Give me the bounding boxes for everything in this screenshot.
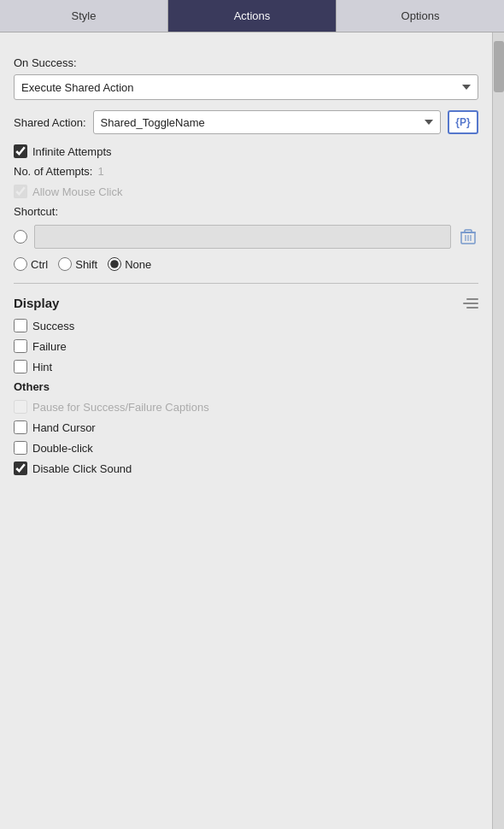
ctrl-radio-label: Ctrl: [14, 257, 48, 271]
display-title: Display: [14, 296, 59, 310]
none-radio-label: None: [108, 257, 151, 271]
pause-success-row: Pause for Success/Failure Captions: [14, 400, 478, 414]
display-header: Display: [14, 296, 478, 310]
divider: [14, 283, 478, 284]
on-success-dropdown[interactable]: Execute Shared Action: [14, 74, 478, 100]
ctrl-radio[interactable]: [14, 257, 27, 271]
shift-label: Shift: [75, 258, 97, 271]
shift-radio-label: Shift: [58, 257, 97, 271]
failure-label: Failure: [32, 340, 67, 353]
disable-click-sound-label: Disable Click Sound: [32, 462, 132, 475]
prop-button[interactable]: {P}: [448, 110, 478, 134]
on-success-dropdown-arrow-icon: [462, 85, 471, 90]
failure-row: Failure: [14, 339, 478, 353]
shared-action-dropdown-value: Shared_ToggleName: [101, 116, 419, 129]
modifier-row: Ctrl Shift None: [14, 257, 478, 271]
list-icon-line-3: [466, 307, 478, 309]
on-success-label: On Success:: [14, 56, 478, 69]
hand-cursor-row: Hand Cursor: [14, 420, 478, 434]
shift-radio[interactable]: [58, 257, 72, 271]
none-label: None: [125, 258, 151, 271]
allow-mouse-click-label: Allow Mouse Click: [32, 185, 122, 198]
ctrl-label: Ctrl: [31, 258, 48, 271]
no-of-attempts-label: No. of Attempts:: [14, 165, 93, 178]
disable-click-sound-row: Disable Click Sound: [14, 462, 478, 475]
shortcut-radio[interactable]: [14, 230, 27, 244]
hand-cursor-checkbox[interactable]: [14, 420, 27, 434]
hint-label: Hint: [32, 361, 52, 373]
success-checkbox[interactable]: [14, 319, 27, 332]
shared-action-dropdown[interactable]: Shared_ToggleName: [93, 110, 441, 134]
scrollbar[interactable]: [492, 32, 504, 829]
shortcut-label: Shortcut:: [14, 205, 478, 218]
success-row: Success: [14, 319, 478, 332]
double-click-row: Double-click: [14, 441, 478, 455]
tab-style[interactable]: Style: [0, 0, 168, 32]
hand-cursor-label: Hand Cursor: [32, 421, 96, 434]
list-icon-line-1: [466, 298, 478, 300]
panel: On Success: Execute Shared Action Shared…: [0, 32, 492, 829]
infinite-attempts-label: Infinite Attempts: [32, 145, 112, 158]
no-of-attempts-row: No. of Attempts: 1: [14, 165, 478, 178]
main-content: On Success: Execute Shared Action Shared…: [0, 32, 504, 829]
pause-success-label: Pause for Success/Failure Captions: [32, 401, 209, 414]
allow-mouse-click-checkbox[interactable]: [14, 185, 27, 198]
shortcut-input-row: [14, 225, 478, 249]
tab-actions[interactable]: Actions: [168, 0, 337, 32]
on-success-dropdown-value: Execute Shared Action: [21, 81, 457, 94]
shared-action-label: Shared Action:: [14, 116, 86, 129]
allow-mouse-click-row: Allow Mouse Click: [14, 185, 478, 198]
shared-action-dropdown-arrow-icon: [425, 120, 433, 125]
on-success-dropdown-row: Execute Shared Action: [14, 74, 478, 100]
success-label: Success: [32, 320, 74, 332]
others-title: Others: [14, 380, 478, 393]
shared-action-row: Shared Action: Shared_ToggleName {P}: [14, 110, 478, 134]
double-click-label: Double-click: [32, 442, 93, 455]
infinite-attempts-checkbox[interactable]: [14, 144, 27, 158]
double-click-checkbox[interactable]: [14, 441, 27, 455]
display-list-icon[interactable]: [463, 298, 478, 309]
pause-success-checkbox[interactable]: [14, 400, 27, 414]
list-icon-line-2: [463, 303, 478, 304]
none-radio[interactable]: [108, 257, 121, 271]
tab-options[interactable]: Options: [337, 0, 504, 32]
shortcut-text-input[interactable]: [34, 225, 451, 249]
hint-checkbox[interactable]: [14, 360, 27, 373]
no-of-attempts-value: 1: [98, 165, 104, 178]
scrollbar-thumb[interactable]: [494, 41, 504, 92]
failure-checkbox[interactable]: [14, 339, 27, 353]
trash-icon[interactable]: [458, 225, 478, 249]
hint-row: Hint: [14, 360, 478, 373]
tab-bar: Style Actions Options: [0, 0, 504, 32]
infinite-attempts-row: Infinite Attempts: [14, 144, 478, 158]
disable-click-sound-checkbox[interactable]: [14, 462, 27, 475]
